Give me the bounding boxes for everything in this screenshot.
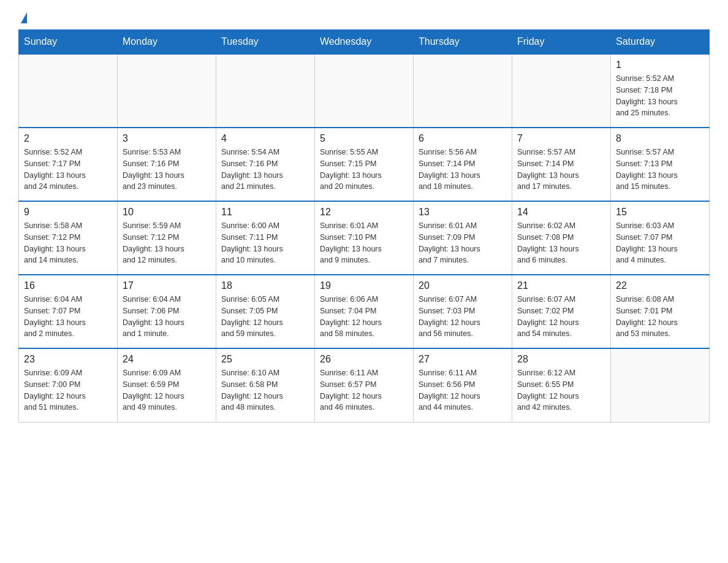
calendar-weekday-header: Wednesday [315,30,414,55]
day-number: 3 [123,133,211,144]
calendar-day-cell: 17Sunrise: 6:04 AMSunset: 7:06 PMDayligh… [118,275,216,348]
day-info: Sunrise: 5:52 AMSunset: 7:18 PMDaylight:… [616,73,704,119]
calendar-day-cell: 28Sunrise: 6:12 AMSunset: 6:55 PMDayligh… [512,348,611,422]
calendar-day-cell: 26Sunrise: 6:11 AMSunset: 6:57 PMDayligh… [315,348,414,422]
day-info: Sunrise: 5:57 AMSunset: 7:13 PMDaylight:… [616,147,704,193]
day-number: 17 [123,280,211,291]
calendar-day-cell: 25Sunrise: 6:10 AMSunset: 6:58 PMDayligh… [216,348,315,422]
calendar-day-cell: 13Sunrise: 6:01 AMSunset: 7:09 PMDayligh… [414,201,512,275]
day-number: 5 [320,133,408,144]
day-info: Sunrise: 6:01 AMSunset: 7:10 PMDaylight:… [320,220,408,266]
calendar-weekday-header: Thursday [414,30,512,55]
day-number: 6 [419,133,507,144]
day-number: 24 [123,354,211,365]
day-info: Sunrise: 5:57 AMSunset: 7:14 PMDaylight:… [517,147,605,193]
day-info: Sunrise: 6:11 AMSunset: 6:56 PMDaylight:… [419,367,507,413]
day-info: Sunrise: 5:59 AMSunset: 7:12 PMDaylight:… [123,220,211,266]
day-number: 18 [221,280,309,291]
calendar-day-cell: 21Sunrise: 6:07 AMSunset: 7:02 PMDayligh… [512,275,611,348]
calendar-day-cell: 20Sunrise: 6:07 AMSunset: 7:03 PMDayligh… [414,275,512,348]
day-number: 27 [419,354,507,365]
day-number: 23 [24,354,112,365]
calendar-header-row: SundayMondayTuesdayWednesdayThursdayFrid… [19,30,710,55]
calendar-day-cell: 1Sunrise: 5:52 AMSunset: 7:18 PMDaylight… [611,54,710,128]
day-info: Sunrise: 5:52 AMSunset: 7:17 PMDaylight:… [24,147,112,193]
calendar-weekday-header: Monday [118,30,216,55]
day-number: 21 [517,280,605,291]
day-number: 2 [24,133,112,144]
calendar-day-cell: 15Sunrise: 6:03 AMSunset: 7:07 PMDayligh… [611,201,710,275]
day-info: Sunrise: 6:02 AMSunset: 7:08 PMDaylight:… [517,220,605,266]
day-number: 15 [616,207,704,218]
calendar-day-cell: 22Sunrise: 6:08 AMSunset: 7:01 PMDayligh… [611,275,710,348]
calendar-day-cell: 2Sunrise: 5:52 AMSunset: 7:17 PMDaylight… [19,128,118,201]
calendar-week-row: 2Sunrise: 5:52 AMSunset: 7:17 PMDaylight… [19,128,710,201]
day-info: Sunrise: 6:11 AMSunset: 6:57 PMDaylight:… [320,367,408,413]
day-number: 8 [616,133,704,144]
logo [18,12,27,23]
calendar-day-cell: 9Sunrise: 5:58 AMSunset: 7:12 PMDaylight… [19,201,118,275]
day-info: Sunrise: 6:01 AMSunset: 7:09 PMDaylight:… [419,220,507,266]
day-info: Sunrise: 5:53 AMSunset: 7:16 PMDaylight:… [123,147,211,193]
calendar-day-cell: 23Sunrise: 6:09 AMSunset: 7:00 PMDayligh… [19,348,118,422]
day-number: 4 [221,133,309,144]
day-number: 19 [320,280,408,291]
calendar-day-cell: 3Sunrise: 5:53 AMSunset: 7:16 PMDaylight… [118,128,216,201]
calendar-day-cell [216,54,315,128]
calendar-week-row: 16Sunrise: 6:04 AMSunset: 7:07 PMDayligh… [19,275,710,348]
day-number: 25 [221,354,309,365]
calendar-day-cell: 10Sunrise: 5:59 AMSunset: 7:12 PMDayligh… [118,201,216,275]
day-info: Sunrise: 6:04 AMSunset: 7:06 PMDaylight:… [123,294,211,340]
calendar-day-cell: 8Sunrise: 5:57 AMSunset: 7:13 PMDaylight… [611,128,710,201]
day-info: Sunrise: 6:06 AMSunset: 7:04 PMDaylight:… [320,294,408,340]
day-number: 13 [419,207,507,218]
day-info: Sunrise: 6:00 AMSunset: 7:11 PMDaylight:… [221,220,309,266]
day-info: Sunrise: 5:55 AMSunset: 7:15 PMDaylight:… [320,147,408,193]
calendar-day-cell [315,54,414,128]
calendar-day-cell: 6Sunrise: 5:56 AMSunset: 7:14 PMDaylight… [414,128,512,201]
calendar-day-cell: 19Sunrise: 6:06 AMSunset: 7:04 PMDayligh… [315,275,414,348]
day-info: Sunrise: 6:09 AMSunset: 7:00 PMDaylight:… [24,367,112,413]
day-info: Sunrise: 5:58 AMSunset: 7:12 PMDaylight:… [24,220,112,266]
day-number: 7 [517,133,605,144]
day-info: Sunrise: 5:54 AMSunset: 7:16 PMDaylight:… [221,147,309,193]
calendar-weekday-header: Sunday [19,30,118,55]
day-info: Sunrise: 6:07 AMSunset: 7:03 PMDaylight:… [419,294,507,340]
day-info: Sunrise: 6:10 AMSunset: 6:58 PMDaylight:… [221,367,309,413]
day-info: Sunrise: 6:04 AMSunset: 7:07 PMDaylight:… [24,294,112,340]
calendar-day-cell: 12Sunrise: 6:01 AMSunset: 7:10 PMDayligh… [315,201,414,275]
day-info: Sunrise: 5:56 AMSunset: 7:14 PMDaylight:… [419,147,507,193]
calendar-day-cell [512,54,611,128]
calendar-day-cell: 18Sunrise: 6:05 AMSunset: 7:05 PMDayligh… [216,275,315,348]
calendar-day-cell: 16Sunrise: 6:04 AMSunset: 7:07 PMDayligh… [19,275,118,348]
day-info: Sunrise: 6:03 AMSunset: 7:07 PMDaylight:… [616,220,704,266]
day-info: Sunrise: 6:08 AMSunset: 7:01 PMDaylight:… [616,294,704,340]
calendar-weekday-header: Friday [512,30,611,55]
day-number: 26 [320,354,408,365]
day-number: 10 [123,207,211,218]
calendar-day-cell: 24Sunrise: 6:09 AMSunset: 6:59 PMDayligh… [118,348,216,422]
calendar-weekday-header: Tuesday [216,30,315,55]
day-number: 1 [616,59,704,71]
calendar-day-cell [19,54,118,128]
day-number: 16 [24,280,112,291]
day-number: 22 [616,280,704,291]
day-info: Sunrise: 6:05 AMSunset: 7:05 PMDaylight:… [221,294,309,340]
calendar-week-row: 1Sunrise: 5:52 AMSunset: 7:18 PMDaylight… [19,54,710,128]
calendar-day-cell: 7Sunrise: 5:57 AMSunset: 7:14 PMDaylight… [512,128,611,201]
calendar-day-cell: 27Sunrise: 6:11 AMSunset: 6:56 PMDayligh… [414,348,512,422]
calendar-weekday-header: Saturday [611,30,710,55]
calendar-day-cell [611,348,710,422]
day-number: 20 [419,280,507,291]
day-number: 28 [517,354,605,365]
calendar-day-cell: 11Sunrise: 6:00 AMSunset: 7:11 PMDayligh… [216,201,315,275]
calendar-table: SundayMondayTuesdayWednesdayThursdayFrid… [18,29,710,423]
calendar-day-cell: 5Sunrise: 5:55 AMSunset: 7:15 PMDaylight… [315,128,414,201]
day-number: 11 [221,207,309,218]
calendar-week-row: 9Sunrise: 5:58 AMSunset: 7:12 PMDaylight… [19,201,710,275]
calendar-day-cell [118,54,216,128]
day-number: 9 [24,207,112,218]
page-header [18,12,710,23]
day-info: Sunrise: 6:12 AMSunset: 6:55 PMDaylight:… [517,367,605,413]
day-number: 14 [517,207,605,218]
